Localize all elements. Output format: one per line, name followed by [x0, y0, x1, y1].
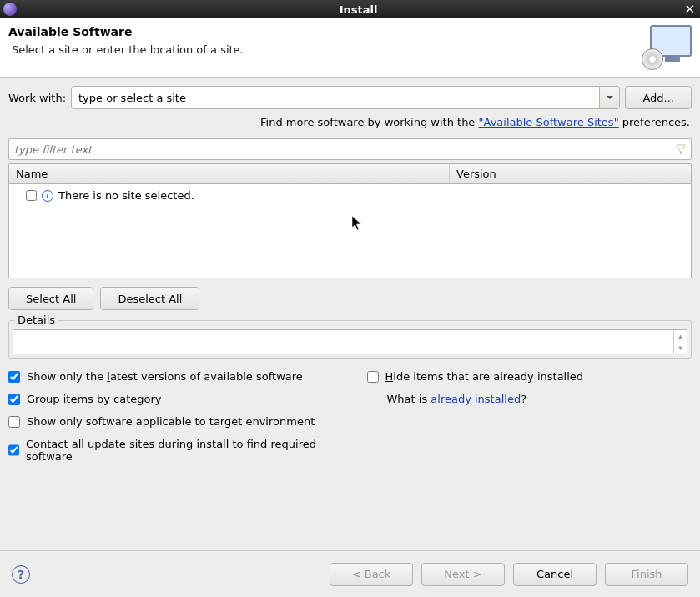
row-checkbox[interactable]: [26, 190, 37, 201]
column-header-version[interactable]: Version: [450, 164, 691, 183]
column-header-name[interactable]: Name: [9, 164, 450, 183]
close-icon[interactable]: ✕: [684, 2, 695, 17]
row-text: There is no site selected.: [58, 189, 194, 202]
wizard-header: Available Software Select a site or ente…: [0, 18, 700, 78]
table-row[interactable]: i There is no site selected.: [14, 188, 686, 203]
details-text[interactable]: ▴▾: [13, 329, 687, 354]
option-group-by-category[interactable]: Group items by category: [8, 393, 334, 405]
wizard-footer: ? < Back Next > Cancel Finish: [0, 550, 700, 597]
details-group: Details ▴▾: [8, 320, 692, 359]
option-hide-installed[interactable]: Hide items that are already installed: [367, 370, 692, 383]
already-installed-hint: What is already installed?: [387, 393, 692, 405]
filter-input[interactable]: [8, 138, 692, 160]
back-button: < Back: [330, 563, 413, 586]
chevron-down-icon[interactable]: [599, 87, 619, 108]
option-contact-update-sites[interactable]: Contact all update sites during install …: [8, 438, 334, 463]
software-table: Name Version i There is no site selected…: [8, 163, 692, 278]
sites-hint: Find more software by working with the "…: [8, 116, 690, 128]
option-target-environment[interactable]: Show only software applicable to target …: [8, 415, 334, 428]
title-bar: Install ✕: [0, 0, 700, 18]
info-icon: i: [42, 190, 53, 202]
details-scrollbar[interactable]: ▴▾: [673, 330, 687, 354]
add-button[interactable]: Add...: [625, 86, 692, 109]
window-title: Install: [17, 3, 700, 16]
next-button: Next >: [421, 563, 505, 586]
details-legend: Details: [14, 314, 58, 326]
already-installed-link[interactable]: already installed: [431, 393, 521, 405]
option-latest-versions[interactable]: Show only the latest versions of availab…: [8, 370, 334, 383]
select-all-button[interactable]: Select All: [8, 287, 93, 310]
work-with-combo[interactable]: [71, 86, 620, 109]
install-banner-icon: [645, 25, 692, 67]
app-icon: [3, 3, 17, 16]
deselect-all-button[interactable]: Deselect All: [100, 287, 199, 310]
finish-button: Finish: [605, 563, 688, 586]
work-with-label: Work with:: [8, 92, 66, 104]
page-title: Available Software: [8, 25, 244, 38]
available-software-sites-link[interactable]: "Available Software Sites": [479, 116, 619, 128]
clear-filter-icon[interactable]: [673, 142, 688, 157]
page-subtitle: Select a site or enter the location of a…: [12, 43, 244, 56]
filter-box: [8, 138, 692, 160]
cancel-button[interactable]: Cancel: [513, 563, 597, 586]
work-with-input[interactable]: [72, 87, 599, 108]
help-icon[interactable]: ?: [12, 565, 30, 584]
